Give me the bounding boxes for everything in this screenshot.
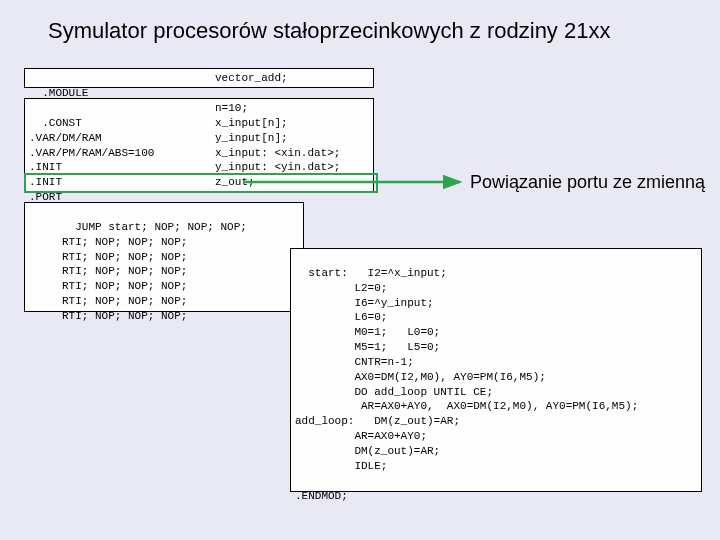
decl-values: n=10; x_input[n]; y_input[n]; x_input: <… bbox=[215, 101, 340, 190]
main-code: start: I2=^x_input; L2=0; I6=^y_input; L… bbox=[295, 267, 638, 502]
decl-directives: .CONST .VAR/DM/RAM .VAR/PM/RAM/ABS=100 .… bbox=[29, 117, 154, 203]
module-name: vector_add; bbox=[215, 71, 288, 86]
page-title: Symulator procesorów stałoprzecinkowych … bbox=[48, 18, 610, 44]
code-box-declarations: .CONST .VAR/DM/RAM .VAR/PM/RAM/ABS=100 .… bbox=[24, 98, 374, 192]
interrupt-code: JUMP start; NOP; NOP; NOP; RTI; NOP; NOP… bbox=[29, 221, 247, 322]
callout-text: Powiązanie portu ze zmienną bbox=[470, 172, 705, 193]
code-box-main: start: I2=^x_input; L2=0; I6=^y_input; L… bbox=[290, 248, 702, 492]
code-box-module: .MODULE vector_add; bbox=[24, 68, 374, 88]
code-box-interrupts: JUMP start; NOP; NOP; NOP; RTI; NOP; NOP… bbox=[24, 202, 304, 312]
